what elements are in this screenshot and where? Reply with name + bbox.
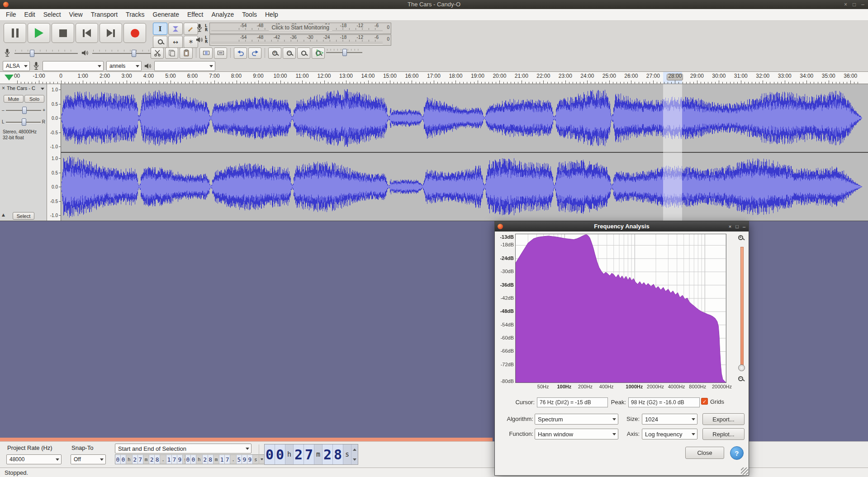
function-select[interactable]: Hann window [535,429,618,439]
menu-item-view[interactable]: View [65,9,87,20]
play-button[interactable] [28,23,50,43]
time-char[interactable]: m [143,455,150,464]
menu-item-tracks[interactable]: Tracks [122,9,148,20]
trim-audio-button[interactable] [199,47,213,59]
zoom-in-button[interactable]: + [736,233,745,241]
time-char[interactable]: 2 [133,455,138,464]
menu-item-transport[interactable]: Transport [87,9,122,20]
time-char[interactable]: 0 [121,455,126,464]
time-char[interactable]: 2 [323,444,333,464]
time-char[interactable]: . [230,455,237,464]
time-char[interactable]: s [253,455,259,464]
slider-thumb[interactable] [342,49,347,56]
skip-to-end-button[interactable] [100,23,122,43]
timeline-options-pin-icon[interactable] [5,75,14,80]
zoom-out-button[interactable]: − [283,47,296,59]
track-close-button[interactable]: × [2,85,5,91]
time-char[interactable]: s [343,444,351,464]
time-char[interactable]: m [314,444,323,464]
spectrum-plot[interactable] [515,234,726,383]
time-char[interactable]: 0 [275,444,285,464]
track-select-button[interactable]: Select [13,212,34,220]
replot-button[interactable]: Replot... [702,428,745,440]
monitor-text[interactable]: Click to Start Monitoring [269,24,332,31]
time-char[interactable]: m [213,455,220,464]
play-at-speed-icon[interactable]: ▷ [317,47,323,57]
slider-thumb[interactable] [22,107,27,114]
envelope-tool-button[interactable] [168,23,183,35]
resize-grip[interactable] [741,468,748,475]
spin-down-icon[interactable] [351,454,358,464]
snap-to-select[interactable]: Off [71,454,106,464]
slider-track[interactable] [92,53,156,54]
time-char[interactable]: . [160,455,166,464]
time-char[interactable]: 8 [333,444,343,464]
track-menu-chevron-icon[interactable] [41,88,44,90]
menu-item-generate[interactable]: Generate [149,9,183,20]
time-char[interactable]: 1 [166,455,172,464]
playback-volume-slider[interactable] [92,48,156,58]
record-button[interactable] [123,23,146,43]
time-char[interactable]: 7 [138,455,143,464]
slider-thumb[interactable] [132,50,136,57]
dialog-titlebar[interactable]: Frequency Analysis × □ – [495,222,749,231]
redo-button[interactable] [248,47,261,59]
cut-button[interactable] [151,47,164,59]
minimize-icon[interactable]: – [861,1,864,8]
time-char[interactable]: 7 [172,455,177,464]
time-char[interactable]: h [126,455,133,464]
time-char[interactable]: 2 [149,455,155,464]
time-char[interactable]: 9 [177,455,183,464]
recording-channels-select[interactable]: annels [106,61,142,71]
selection-start-field[interactable]: 00h27m28.179s [115,454,195,464]
zoom-in-button[interactable]: + [268,47,281,59]
selection-tool-button[interactable]: I [153,23,167,35]
spin-up-icon[interactable] [351,444,358,454]
timeline-ruler[interactable]: 00-1:0001:002:003:004:005:006:007:008:00… [0,72,868,84]
close-icon[interactable]: × [729,224,731,229]
menu-item-file[interactable]: File [2,9,20,20]
zoom-out-button[interactable]: − [736,374,745,383]
paste-button[interactable] [180,47,193,59]
axis-select[interactable]: Log frequency [642,429,697,439]
recording-device-select[interactable] [43,61,104,71]
chevron-down-icon[interactable] [259,455,265,464]
minimize-icon[interactable]: – [743,224,745,229]
selection-range-mode-select[interactable]: Start and End of Selection [115,444,251,453]
playback-device-select[interactable] [154,61,215,71]
maximize-icon[interactable]: □ [735,224,739,229]
slider-track[interactable] [14,53,78,54]
selection-end-field[interactable]: 00h28m17.599s [185,454,265,464]
copy-button[interactable] [165,47,178,59]
maximize-icon[interactable]: □ [853,1,856,8]
audio-position-field[interactable]: 00h27m28s [264,444,358,465]
close-icon[interactable]: × [844,1,847,8]
time-char[interactable]: 9 [242,455,247,464]
close-button[interactable]: Close [685,447,724,459]
audio-host-select[interactable]: ALSA [3,61,30,71]
time-char[interactable]: 9 [247,455,253,464]
time-char[interactable]: 0 [185,455,191,464]
size-select[interactable]: 1024 [642,414,697,425]
time-spinner[interactable] [351,444,358,464]
time-char[interactable]: h [196,455,203,464]
vertical-zoom-slider[interactable] [740,247,744,371]
time-char[interactable]: 1 [219,455,225,464]
recording-volume-slider[interactable] [14,48,78,58]
menu-item-tools[interactable]: Tools [238,9,261,20]
track-title[interactable]: The Cars - C [7,85,39,91]
titlebar[interactable]: The Cars - Candy-O × □ – [0,0,868,9]
undo-button[interactable] [234,47,247,59]
time-char[interactable]: 0 [191,455,196,464]
time-char[interactable]: 7 [225,455,230,464]
playback-meter-box[interactable]: 0 -54-48-42-36-30-24-18-12-6 [209,34,391,46]
time-char[interactable]: h [285,444,294,464]
time-char[interactable]: 2 [294,444,304,464]
grids-checkbox[interactable]: ✓ [701,398,708,405]
track-collapse-button[interactable]: ▲ [2,213,5,217]
pan-slider[interactable] [6,117,41,127]
timeshift-tool-button[interactable]: ↔ [168,36,183,48]
vertical-zoom-thumb[interactable] [738,364,745,371]
menu-item-effect[interactable]: Effect [183,9,208,20]
export-button[interactable]: Export... [702,413,745,425]
